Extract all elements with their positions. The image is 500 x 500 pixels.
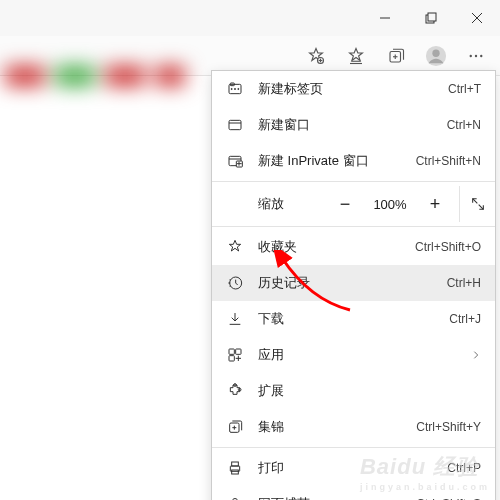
svg-point-15 <box>470 54 472 56</box>
menu-label: 新建窗口 <box>258 116 433 134</box>
menu-new-inprivate[interactable]: 新建 InPrivate 窗口 Ctrl+Shift+N <box>212 143 495 179</box>
menu-label: 收藏夹 <box>258 238 401 256</box>
favorites-icon[interactable] <box>336 38 376 74</box>
star-icon <box>226 238 244 256</box>
window-titlebar <box>0 0 500 36</box>
menu-extensions[interactable]: 扩展 <box>212 373 495 409</box>
svg-rect-2 <box>428 13 436 21</box>
inprivate-icon <box>226 152 244 170</box>
fullscreen-button[interactable] <box>459 186 495 222</box>
new-window-icon <box>226 116 244 134</box>
minimize-button[interactable] <box>362 0 408 36</box>
close-button[interactable] <box>454 0 500 36</box>
profile-icon[interactable] <box>416 38 456 74</box>
svg-rect-23 <box>229 120 241 129</box>
menu-label: 网页捕获 <box>258 495 402 500</box>
svg-point-17 <box>480 54 482 56</box>
menu-zoom: 缩放 − 100% + <box>212 184 495 224</box>
download-icon <box>226 310 244 328</box>
svg-rect-39 <box>232 470 239 474</box>
svg-rect-30 <box>236 349 241 354</box>
menu-history[interactable]: 历史记录 Ctrl+H <box>212 265 495 301</box>
zoom-label: 缩放 <box>258 195 321 213</box>
watermark: Baidu 经验 jingyan.baidu.com <box>360 452 490 492</box>
menu-shortcut: Ctrl+T <box>448 82 481 96</box>
svg-point-21 <box>234 88 235 89</box>
menu-label: 应用 <box>258 346 457 364</box>
menu-shortcut: Ctrl+Shift+Y <box>416 420 481 434</box>
menu-shortcut: Ctrl+N <box>447 118 481 132</box>
separator <box>212 181 495 182</box>
zoom-value: 100% <box>369 197 411 212</box>
settings-menu: 新建标签页 Ctrl+T 新建窗口 Ctrl+N 新建 InPrivate 窗口… <box>211 70 496 500</box>
svg-point-16 <box>475 54 477 56</box>
zoom-out-button[interactable]: − <box>327 186 363 222</box>
history-icon <box>226 274 244 292</box>
capture-icon <box>226 495 244 500</box>
collections-menu-icon <box>226 418 244 436</box>
maximize-button[interactable] <box>408 0 454 36</box>
svg-point-22 <box>238 88 239 89</box>
menu-label: 集锦 <box>258 418 402 436</box>
menu-shortcut: Ctrl+H <box>447 276 481 290</box>
menu-shortcut: Ctrl+Shift+N <box>416 154 481 168</box>
menu-apps[interactable]: 应用 <box>212 337 495 373</box>
svg-point-20 <box>231 88 232 89</box>
menu-collections[interactable]: 集锦 Ctrl+Shift+Y <box>212 409 495 445</box>
menu-favorites[interactable]: 收藏夹 Ctrl+Shift+O <box>212 229 495 265</box>
menu-label: 扩展 <box>258 382 481 400</box>
print-icon <box>226 459 244 477</box>
svg-rect-29 <box>229 349 234 354</box>
star-add-icon[interactable] <box>296 38 336 74</box>
menu-downloads[interactable]: 下载 Ctrl+J <box>212 301 495 337</box>
menu-new-window[interactable]: 新建窗口 Ctrl+N <box>212 107 495 143</box>
menu-new-tab[interactable]: 新建标签页 Ctrl+T <box>212 71 495 107</box>
menu-label: 下载 <box>258 310 435 328</box>
separator <box>212 226 495 227</box>
zoom-in-button[interactable]: + <box>417 186 453 222</box>
menu-shortcut: Ctrl+J <box>449 312 481 326</box>
separator <box>212 447 495 448</box>
apps-icon <box>226 346 244 364</box>
blurred-content <box>0 36 200 116</box>
menu-label: 新建 InPrivate 窗口 <box>258 152 402 170</box>
svg-rect-38 <box>232 462 239 466</box>
menu-label: 历史记录 <box>258 274 433 292</box>
more-icon[interactable] <box>456 38 496 74</box>
collections-icon[interactable] <box>376 38 416 74</box>
extensions-icon <box>226 382 244 400</box>
menu-label: 新建标签页 <box>258 80 434 98</box>
menu-shortcut: Ctrl+Shift+O <box>415 240 481 254</box>
svg-rect-31 <box>229 356 234 361</box>
new-tab-icon <box>226 80 244 98</box>
svg-point-14 <box>432 49 439 56</box>
chevron-right-icon <box>471 350 481 360</box>
